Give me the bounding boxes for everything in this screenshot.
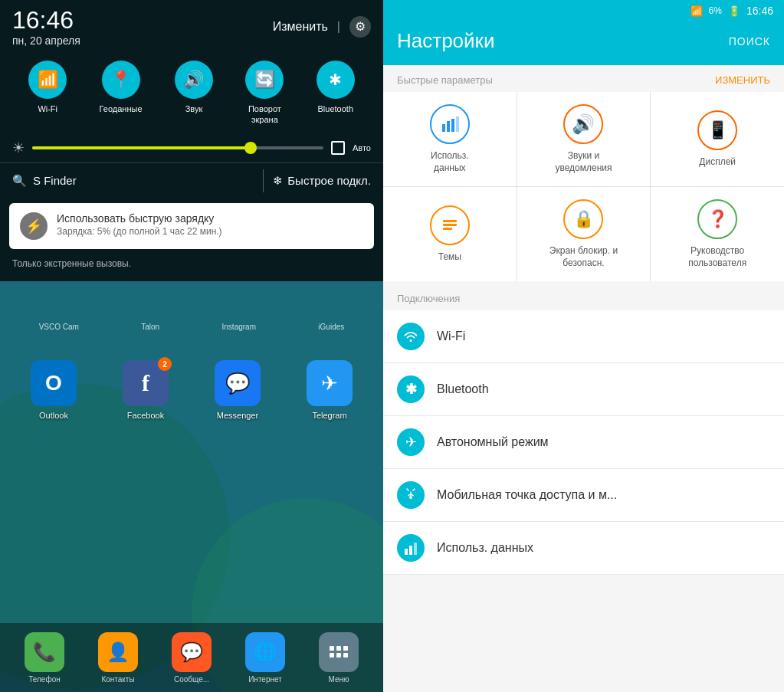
quick-cell-sounds[interactable]: 🔊 Звуки иуведомления: [517, 92, 651, 186]
lock-icon: 🔒: [563, 199, 603, 239]
guide-label: Руководствопользователя: [688, 245, 746, 269]
edit-button[interactable]: Изменить: [273, 20, 328, 34]
small-app-instagram: Instagram: [222, 323, 256, 331]
datausage-settings-icon: [397, 534, 425, 562]
toggle-wifi[interactable]: 📶 Wi-Fi: [28, 61, 67, 126]
notification-card[interactable]: ⚡ Использовать быструю зарядку Зарядка: …: [9, 203, 374, 249]
notification-title: Использовать быструю зарядку: [57, 212, 222, 225]
settings-content: Быстрые параметры ИЗМЕНИТЬ Использ.данны…: [383, 65, 784, 692]
data-usage-icon: [430, 104, 470, 144]
rotate-icon: 🔄: [245, 61, 284, 99]
svg-rect-6: [443, 228, 452, 230]
quick-cell-themes[interactable]: Темы: [383, 187, 517, 281]
dock-messages[interactable]: 💬 Сообще...: [172, 632, 212, 684]
settings-item-datausage[interactable]: Использ. данных: [383, 522, 784, 575]
quick-params-header: Быстрые параметры ИЗМЕНИТЬ: [383, 65, 784, 92]
toggle-sound[interactable]: 🔊 Звук: [175, 61, 213, 126]
internet-label: Интернет: [248, 675, 282, 684]
themes-icon: [430, 205, 470, 245]
brightness-slider[interactable]: [32, 146, 323, 149]
right-panel: 📶 6% 🔋 16:46 Настройки ПОИСК Быстрые пар…: [383, 0, 784, 692]
signal-icon: 📶: [691, 5, 703, 17]
settings-status-bar: 📶 6% 🔋 16:46: [383, 0, 784, 21]
settings-item-hotspot[interactable]: Мобильная точка доступа и м...: [383, 469, 784, 522]
settings-gear-button[interactable]: ⚙: [349, 16, 371, 38]
telegram-label: Telegram: [312, 411, 346, 420]
toggle-geodata[interactable]: 📍 Геоданные: [100, 61, 143, 126]
phone-label: Телефон: [28, 675, 60, 684]
edit-quick-button[interactable]: ИЗМЕНИТЬ: [715, 74, 770, 86]
settings-item-bluetooth[interactable]: ✱ Bluetooth: [383, 363, 784, 416]
settings-header: 📶 6% 🔋 16:46 Настройки ПОИСК: [383, 0, 784, 65]
app-facebook[interactable]: f 2 Facebook: [123, 360, 169, 420]
svg-rect-3: [456, 116, 459, 132]
quick-connect-icon: ❄: [273, 174, 283, 188]
messages-label: Сообще...: [174, 675, 209, 684]
outlook-icon: O: [31, 360, 77, 406]
settings-title: Настройки: [397, 29, 495, 53]
display-label: Дисплей: [699, 156, 736, 169]
notification-subtitle: Зарядка: 5% (до полной 1 час 22 мин.): [57, 226, 222, 237]
battery-icon: 🔋: [728, 5, 740, 17]
menu-label: Меню: [328, 675, 349, 684]
guide-icon: ❓: [697, 199, 737, 239]
dock-menu[interactable]: Меню: [319, 632, 359, 684]
time-display: 16:46: [12, 6, 80, 34]
dock-internet[interactable]: 🌐 Интернет: [245, 632, 285, 684]
battery-percent: 6%: [709, 5, 722, 16]
auto-checkbox[interactable]: [331, 141, 345, 155]
display-icon: 📱: [697, 110, 737, 150]
datausage-settings-label: Использ. данных: [437, 541, 533, 555]
quick-cell-data[interactable]: Использ.данных: [383, 92, 517, 186]
themes-label: Темы: [438, 251, 461, 264]
app-outlook[interactable]: O Outlook: [31, 360, 77, 420]
bluetooth-label: Bluetooth: [318, 103, 353, 114]
geodata-label: Геоданные: [100, 103, 143, 114]
search-button[interactable]: ПОИСК: [729, 35, 770, 48]
toggle-bluetooth[interactable]: ✱ Bluetooth: [317, 61, 355, 126]
messenger-icon: 💬: [215, 360, 261, 406]
quick-connect-label: Быстрое подкл.: [287, 174, 371, 187]
contacts-icon: 👤: [98, 632, 138, 672]
svg-rect-8: [405, 549, 408, 555]
notification-content: Использовать быструю зарядку Зарядка: 5%…: [57, 212, 222, 237]
header-actions: Изменить | ⚙: [273, 16, 371, 38]
sound-icon: 🔊: [175, 61, 213, 99]
quick-cell-display[interactable]: 📱 Дисплей: [651, 92, 784, 186]
data-usage-label: Использ.данных: [431, 150, 469, 174]
date-display: пн, 20 апреля: [12, 34, 80, 47]
s-finder-button[interactable]: 🔍 S Finder: [12, 169, 254, 192]
quick-connect-button[interactable]: ❄ Быстрое подкл.: [273, 174, 371, 188]
dock-phone[interactable]: 📞 Телефон: [25, 632, 64, 684]
hotspot-settings-icon: [397, 481, 425, 509]
facebook-label: Facebook: [127, 411, 164, 420]
brightness-low-icon: ☀: [12, 139, 25, 156]
app-telegram[interactable]: ✈ Telegram: [307, 360, 353, 420]
messages-icon: 💬: [172, 632, 212, 672]
hotspot-settings-label: Мобильная точка доступа и м...: [437, 488, 617, 502]
svg-rect-2: [451, 119, 454, 132]
quick-cell-lockscreen[interactable]: 🔒 Экран блокир. ибезопасн.: [517, 187, 651, 281]
bluetooth-icon: ✱: [317, 61, 355, 99]
app-messenger[interactable]: 💬 Messenger: [215, 360, 261, 420]
quick-cell-guide[interactable]: ❓ Руководствопользователя: [651, 187, 784, 281]
settings-item-wifi[interactable]: Wi-Fi: [383, 310, 784, 363]
auto-label: Авто: [353, 143, 371, 153]
svg-rect-10: [414, 543, 417, 555]
wifi-icon: 📶: [28, 61, 67, 99]
quick-toggles-row: 📶 Wi-Fi 📍 Геоданные 🔊 Звук 🔄 Поворотэкра…: [0, 53, 383, 133]
rotate-label: Поворотэкрана: [248, 103, 281, 126]
search-row: 🔍 S Finder ❄ Быстрое подкл.: [0, 162, 383, 198]
toggle-rotate[interactable]: 🔄 Поворотэкрана: [245, 61, 284, 126]
home-apps-row: O Outlook f 2 Facebook 💬 Messenger ✈ Tel…: [0, 353, 383, 428]
dock-contacts[interactable]: 👤 Контакты: [98, 632, 138, 684]
sounds-icon: 🔊: [563, 104, 603, 144]
small-app-vscoc: VSCO Cam: [39, 323, 79, 331]
svg-rect-4: [443, 220, 457, 222]
bluetooth-settings-icon: ✱: [397, 376, 425, 403]
search-icon: 🔍: [12, 174, 27, 188]
sound-label: Звук: [185, 103, 203, 114]
settings-item-airplane[interactable]: ✈ Автономный режим: [383, 416, 784, 469]
outlook-label: Outlook: [39, 411, 68, 420]
telegram-icon: ✈: [307, 360, 353, 406]
